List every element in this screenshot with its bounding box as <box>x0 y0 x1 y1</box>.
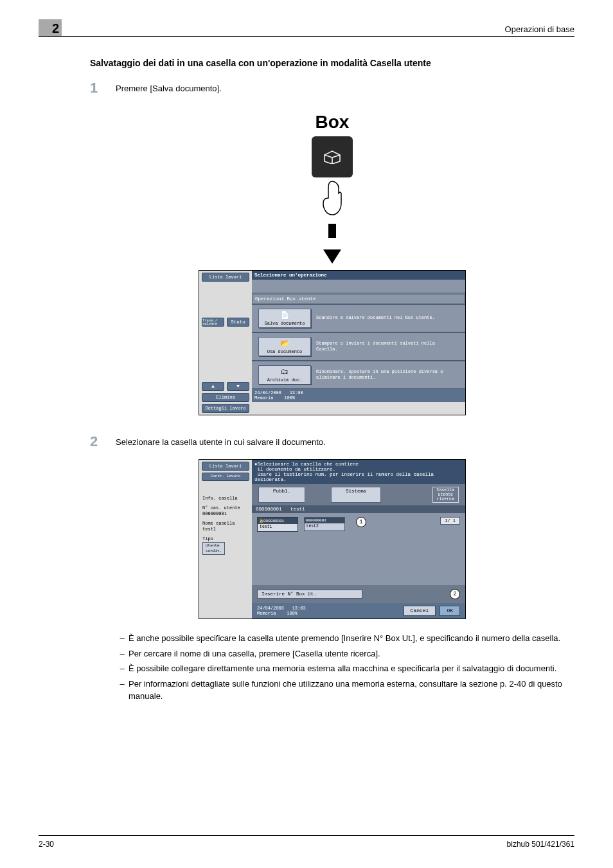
box1-num: 000000001 <box>263 519 284 523</box>
ok-button[interactable]: OK <box>440 606 460 616</box>
step-2-text: Selezionare la casella utente in cui sal… <box>116 433 326 447</box>
step-2: 2 Selezionare la casella utente in cui s… <box>90 433 574 450</box>
status2-time: 13:03 <box>292 606 306 611</box>
box-search-button[interactable]: Casella utente ricerca <box>432 487 459 503</box>
op-row-file: 🗂 Archivia doc. Rinominare, spostare in … <box>252 361 465 389</box>
box-name-val: test1 <box>202 527 249 532</box>
file-document-desc: Rinominare, spostare in una posizione di… <box>316 369 459 381</box>
delete-button[interactable]: Elimina <box>202 393 249 402</box>
use-document-desc: Stampare o inviare i documenti salvati n… <box>316 341 459 352</box>
save-document-label: Salva documento <box>264 321 305 326</box>
screen2-left-panel: Lista lavori Contr. lavoro Info. casella… <box>199 460 252 556</box>
bullet-list: –È anche possibile specificare la casell… <box>116 632 574 703</box>
box2-name: test2 <box>305 523 344 529</box>
bullet-3: –È possibile collegare direttamente una … <box>116 662 574 675</box>
screen-2: Lista lavori Contr. lavoro Info. casella… <box>199 459 466 619</box>
figure-screen-1: Lista lavori Trasm./ salvare Stato ▲ ▼ E… <box>90 270 574 415</box>
job-details-button[interactable]: Dettagli lavoro <box>202 404 249 413</box>
save-document-desc: Scandire e salvare documenti nel Box ute… <box>316 315 459 321</box>
page-indicator: 1/ 1 <box>440 517 460 525</box>
box-key-icon <box>312 136 353 177</box>
side-arrows: ▲ ▼ <box>202 382 249 391</box>
header-rule <box>39 36 574 37</box>
side-tab-transmit[interactable]: Trasm./ salvare <box>202 318 224 327</box>
step-2-number: 2 <box>90 433 116 450</box>
step-1-text: Premere [Salva documento]. <box>116 80 222 93</box>
screen2-title-line1: Selezionare la casella che contiene <box>258 462 359 467</box>
screen-1: Lista lavori Trasm./ salvare Stato ▲ ▼ E… <box>199 270 466 415</box>
finger-icon <box>318 179 346 217</box>
figure-arrow <box>90 224 574 264</box>
box-card-2[interactable]: 000000002 test2 <box>304 517 345 531</box>
dialog-buttons: 24/04/2008 13:03 Memoria 100% Cancel OK <box>252 603 465 619</box>
file-document-button[interactable]: 🗂 Archivia doc. <box>258 365 311 384</box>
list-header-name: test1 <box>290 507 305 512</box>
save-icon: 📄 <box>259 309 310 321</box>
tab-row: Pubbl. Sistema Casella utente ricerca <box>252 484 465 505</box>
box-card-1[interactable]: 🔒000000001 test1 <box>257 517 298 532</box>
box-info: Info. casella N° cas. utente 000000001 N… <box>199 494 252 556</box>
list-header: 000000001 test1 <box>252 505 465 513</box>
box-name-label: Nome casella <box>202 521 249 527</box>
box-glyph-icon <box>323 150 341 164</box>
figure-box-key: Box <box>90 105 574 217</box>
footer-page: 2-30 <box>39 840 54 849</box>
status-date: 24/04/2008 <box>254 390 281 395</box>
status2-date: 24/04/2008 <box>257 606 284 611</box>
arrow-down-stem <box>328 224 336 238</box>
job-list-button-2[interactable]: Lista lavori <box>202 462 249 471</box>
box2-num: 000000002 <box>306 518 326 523</box>
box-num-label: N° cas. utente <box>202 505 249 511</box>
arrow-down-icon <box>323 249 341 264</box>
side-tab-status[interactable]: Stato <box>227 318 249 327</box>
step-1-number: 1 <box>90 80 116 96</box>
file-document-label: Archivia doc. <box>267 377 303 383</box>
bullet-4-text: Per informazioni dettagliate sulle funzi… <box>129 678 574 703</box>
screen1-status-bar: 24/04/2008 13:00 Memoria 100% <box>252 389 465 402</box>
info-title: Info. casella <box>202 496 249 502</box>
screen2-title-line2: il documento da utilizzare. <box>258 467 336 472</box>
arrow-up-button[interactable]: ▲ <box>202 382 224 391</box>
footer: 2-30 bizhub 501/421/361 <box>39 835 574 849</box>
arrow-down-button[interactable]: ▼ <box>227 382 249 391</box>
bullet-2-text: Per cercare il nome di una casella, prem… <box>129 647 380 660</box>
use-icon: 📂 <box>259 338 310 349</box>
status2-mem-label: Memoria <box>257 611 276 616</box>
step-1: 1 Premere [Salva documento]. <box>90 80 574 96</box>
status-time: 13:00 <box>290 390 303 395</box>
section-title: Salvataggio dei dati in una casella con … <box>90 58 574 68</box>
page: 2 Operazioni di base Salvataggio dei dat… <box>0 0 613 868</box>
bullet-1-text: È anche possibile specificare la casella… <box>129 632 560 645</box>
list-header-num: 000000001 <box>256 507 282 512</box>
op-row-use: 📂 Usa documento Stampare o inviare i doc… <box>252 332 465 361</box>
screen1-title: Selezionare un'operazione <box>252 271 465 280</box>
use-document-label: Usa documento <box>267 349 303 354</box>
enter-box-number-button[interactable]: Inserire N° Box Ut. <box>257 590 362 599</box>
side-tabs: Trasm./ salvare Stato <box>202 318 249 327</box>
box-type-label: Tipo <box>202 536 249 542</box>
job-list-button[interactable]: Lista lavori <box>202 273 249 282</box>
header-section: Operazioni di base <box>505 24 574 34</box>
callout-2: 2 <box>450 589 460 599</box>
bullet-3-text: È possibile collegare direttamente una m… <box>129 662 556 675</box>
chapter-number: 2 <box>52 21 59 36</box>
screen1-subheader: Operazioni Box utente <box>252 294 465 304</box>
tab-public[interactable]: Pubbl. <box>258 487 305 503</box>
save-document-button[interactable]: 📄 Salva documento <box>258 309 311 328</box>
status-mem-label: Memoria <box>254 395 273 401</box>
screen2-title: ♦Selezionare la casella che contiene il … <box>252 460 465 484</box>
bullet-4: –Per informazioni dettagliate sulle funz… <box>116 678 574 703</box>
input-row: Inserire N° Box Ut. 2 <box>252 585 465 603</box>
op-row-save: 📄 Salva documento Scandire e salvare doc… <box>252 304 465 332</box>
tab-system[interactable]: Sistema <box>331 487 381 503</box>
status2-mem-val: 100% <box>287 611 298 616</box>
screen1-left-panel: Lista lavori Trasm./ salvare Stato ▲ ▼ E… <box>199 271 252 415</box>
bullet-1: –È anche possibile specificare la casell… <box>116 632 574 645</box>
file-icon: 🗂 <box>259 366 310 377</box>
job-control-button[interactable]: Contr. lavoro <box>202 473 249 481</box>
content: Salvataggio dei dati in una casella con … <box>90 58 574 703</box>
screen2-right-panel: ♦Selezionare la casella che contiene il … <box>252 460 465 619</box>
figure-screen-2: Lista lavori Contr. lavoro Info. casella… <box>90 459 574 619</box>
use-document-button[interactable]: 📂 Usa documento <box>258 337 311 356</box>
cancel-button[interactable]: Cancel <box>404 606 436 616</box>
